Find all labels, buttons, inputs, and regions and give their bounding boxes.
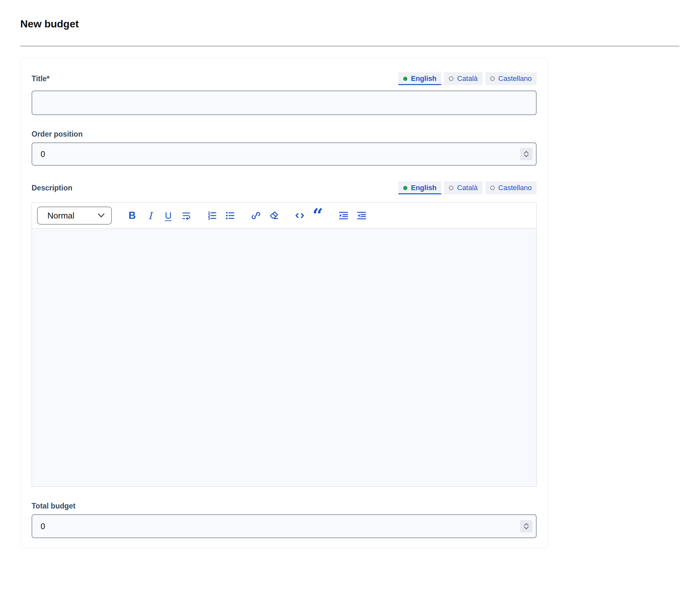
order-position-input-wrap xyxy=(31,142,536,166)
italic-icon: I xyxy=(148,210,152,221)
link-icon xyxy=(251,210,261,221)
chevron-down-icon xyxy=(524,154,529,157)
unordered-list-button[interactable] xyxy=(224,208,237,223)
new-budget-form: Title* English Català Castellano xyxy=(20,58,548,548)
language-tab-label: Castellano xyxy=(498,75,532,82)
eraser-icon xyxy=(269,210,279,221)
indent-increase-icon xyxy=(338,210,349,221)
description-label: Description xyxy=(31,184,72,192)
underline-icon: U xyxy=(165,210,172,221)
ordered-list-icon: 1 2 3 xyxy=(207,210,217,221)
language-tab-label: Català xyxy=(457,184,478,191)
description-field: Description English Català Castellano xyxy=(31,181,536,487)
chevron-up-icon xyxy=(524,151,529,154)
double-quotes-icon: “ xyxy=(312,214,323,223)
description-editor-content[interactable] xyxy=(32,228,536,486)
unselected-language-ring-icon xyxy=(490,186,495,190)
unselected-language-ring-icon xyxy=(449,76,453,81)
bold-icon: B xyxy=(129,210,136,221)
selected-language-dot-icon xyxy=(403,186,407,190)
language-tab-label: English xyxy=(411,75,436,82)
order-position-field: Order position xyxy=(31,130,536,166)
title-field: Title* English Català Castellano xyxy=(31,71,536,115)
indent-increase-button[interactable] xyxy=(337,208,350,223)
italic-button[interactable]: I xyxy=(143,208,157,223)
text-wrap-icon xyxy=(181,210,191,221)
language-tab-english[interactable]: English xyxy=(398,72,441,85)
unselected-language-ring-icon xyxy=(490,76,495,81)
code-view-icon xyxy=(295,210,305,221)
total-budget-input-wrap xyxy=(31,514,536,538)
eraser-button[interactable] xyxy=(267,208,281,223)
rich-text-editor: Normal B I U xyxy=(31,202,536,487)
svg-text:3: 3 xyxy=(208,216,210,221)
language-tab-catala[interactable]: Català xyxy=(444,182,483,194)
language-tab-label: Castellano xyxy=(498,184,532,191)
title-label: Title* xyxy=(31,74,50,83)
title-divider xyxy=(20,46,679,47)
ordered-list-button[interactable]: 1 2 3 xyxy=(205,208,219,223)
text-wrap-button[interactable] xyxy=(180,208,193,223)
language-tab-label: Català xyxy=(457,75,478,82)
order-position-stepper[interactable] xyxy=(520,148,532,160)
language-tab-castellano[interactable]: Castellano xyxy=(485,72,536,85)
page-title: New budget xyxy=(20,17,700,31)
total-budget-field: Total budget xyxy=(31,502,536,538)
description-language-tabs: English Català Castellano xyxy=(398,182,536,194)
chevron-down-icon xyxy=(524,527,529,529)
language-tab-english[interactable]: English xyxy=(398,182,441,194)
bold-button[interactable]: B xyxy=(125,208,139,223)
title-input[interactable] xyxy=(31,90,536,115)
editor-tools: B I U xyxy=(125,208,373,223)
chevron-up-icon xyxy=(524,523,529,526)
unselected-language-ring-icon xyxy=(449,186,453,190)
title-language-tabs: English Català Castellano xyxy=(398,72,536,85)
order-position-input[interactable] xyxy=(31,142,536,166)
total-budget-label: Total budget xyxy=(31,502,536,511)
total-budget-input[interactable] xyxy=(31,514,536,538)
new-budget-page: New budget Title* English Català xyxy=(0,0,700,591)
double-quotes-button[interactable]: “ xyxy=(311,208,325,223)
paragraph-style-select[interactable]: Normal xyxy=(37,207,112,224)
description-field-head: Description English Català Castellano xyxy=(31,181,536,195)
code-view-button[interactable] xyxy=(293,208,307,223)
language-tab-label: English xyxy=(411,184,436,191)
link-button[interactable] xyxy=(249,208,263,223)
unordered-list-icon xyxy=(225,210,235,221)
indent-decrease-button[interactable] xyxy=(355,208,368,223)
indent-decrease-icon xyxy=(357,210,367,221)
editor-toolbar: Normal B I U xyxy=(32,203,536,228)
order-position-label: Order position xyxy=(31,130,536,139)
language-tab-catala[interactable]: Català xyxy=(444,72,483,85)
chevron-down-icon xyxy=(98,213,105,218)
selected-language-dot-icon xyxy=(403,77,407,81)
underline-button[interactable]: U xyxy=(162,208,175,223)
language-tab-castellano[interactable]: Castellano xyxy=(485,182,536,194)
total-budget-stepper[interactable] xyxy=(520,520,532,532)
title-field-head: Title* English Català Castellano xyxy=(31,71,536,86)
paragraph-style-value: Normal xyxy=(47,211,74,221)
